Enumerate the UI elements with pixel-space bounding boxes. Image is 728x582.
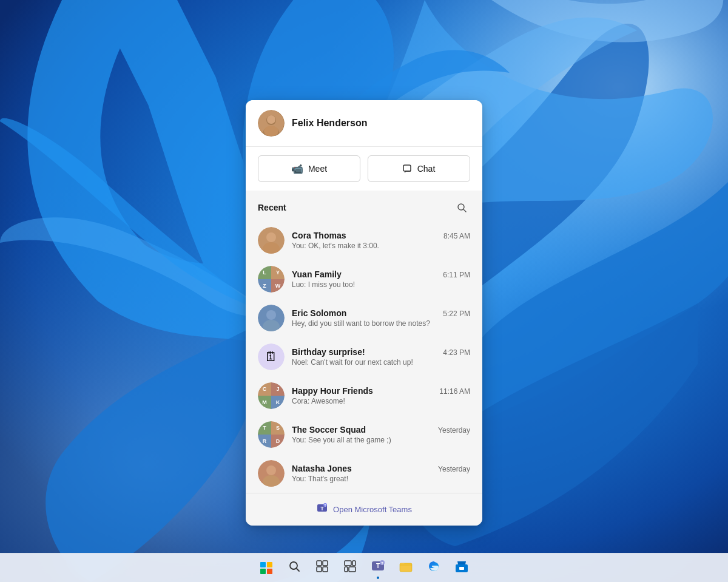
contact-info: Yuan Family 6:11 PM Luo: I miss you too! (292, 269, 470, 289)
list-item[interactable]: L Y Z W Yuan Family 6:11 PM Luo: I miss … (246, 260, 482, 299)
meet-button[interactable]: 📹 Meet (258, 155, 360, 182)
list-item[interactable]: Natasha Jones Yesterday You: That's grea… (246, 454, 482, 493)
user-avatar (258, 110, 285, 137)
list-item[interactable]: Eric Solomon 5:22 PM Hey, did you still … (246, 299, 482, 337)
file-explorer-icon (399, 560, 413, 575)
chat-label: Chat (417, 164, 436, 174)
store-icon (455, 560, 468, 576)
contact-info: Eric Solomon 5:22 PM Hey, did you still … (292, 308, 470, 328)
contact-time: 5:22 PM (443, 310, 470, 318)
contact-avatar (258, 460, 285, 487)
svg-rect-8 (403, 165, 411, 171)
svg-rect-31 (345, 567, 348, 572)
open-teams-button[interactable]: T T Open Microsoft Teams (246, 493, 482, 526)
contact-time: 4:23 PM (443, 348, 470, 357)
svg-point-18 (266, 465, 276, 475)
svg-rect-26 (317, 561, 322, 566)
list-item[interactable]: T S R D The Soccer Squad Yesterday You: … (246, 415, 482, 454)
contact-name: Happy Hour Friends (292, 386, 373, 396)
list-item[interactable]: Cora Thomas 8:45 AM You: OK, let's make … (246, 221, 482, 260)
contact-name: The Soccer Squad (292, 425, 366, 435)
list-item[interactable]: 🗓 Birthday surprise! 4:23 PM Noel: Can't… (246, 337, 482, 376)
meet-icon: 📹 (291, 163, 303, 175)
chat-button[interactable]: Chat (368, 155, 470, 182)
list-item[interactable]: C J M K Happy Hour Friends 11:16 AM Cora… (246, 376, 482, 415)
contact-name: Yuan Family (292, 269, 342, 279)
svg-rect-27 (323, 561, 328, 566)
contact-time: 11:16 AM (439, 387, 470, 396)
recent-header: Recent (246, 191, 482, 221)
teams-chat-icon: T T (371, 559, 385, 577)
contact-name: Birthday surprise! (292, 347, 365, 357)
svg-text:T: T (376, 563, 380, 569)
taskbar-item-taskview[interactable] (310, 556, 334, 580)
windows-logo-icon (260, 562, 272, 574)
recent-label: Recent (258, 203, 286, 212)
contact-avatar: T S R D (258, 421, 285, 448)
contact-preview: You: See you all at the game ;) (292, 436, 470, 444)
contact-info: Happy Hour Friends 11:16 AM Cora: Awesom… (292, 386, 470, 405)
svg-point-6 (267, 115, 275, 124)
contact-preview: Hey, did you still want to borrow the no… (292, 319, 470, 328)
contact-preview: Luo: I miss you too! (292, 280, 470, 289)
taskbar: T T (0, 553, 728, 582)
svg-text:T: T (325, 504, 326, 507)
recent-search-button[interactable] (453, 199, 470, 216)
teams-icon: T T (316, 502, 328, 517)
contact-time: 8:45 AM (443, 232, 470, 240)
contact-avatar: 🗓 (258, 343, 285, 370)
svg-rect-33 (352, 561, 356, 566)
contact-name: Natasha Jones (292, 464, 352, 473)
contact-avatar: L Y Z W (258, 266, 285, 293)
svg-rect-32 (349, 567, 356, 572)
contact-preview: Cora: Awesome! (292, 397, 470, 405)
edge-icon (428, 560, 440, 575)
contact-time: 6:11 PM (443, 271, 470, 279)
chat-panel: Felix Henderson 📹 Meet Chat Recent (246, 100, 482, 526)
user-name-label: Felix Henderson (292, 118, 367, 129)
panel-header: Felix Henderson (246, 100, 482, 147)
svg-line-10 (463, 209, 466, 212)
svg-rect-29 (323, 567, 328, 572)
taskbar-item-search[interactable] (282, 556, 306, 580)
contact-time: Yesterday (438, 465, 470, 473)
recent-section: Recent Cor (246, 191, 482, 493)
svg-point-12 (266, 232, 276, 242)
svg-rect-41 (459, 567, 464, 570)
taskbar-item-start[interactable] (254, 556, 278, 580)
contact-name: Eric Solomon (292, 308, 346, 318)
search-icon (288, 560, 300, 575)
contact-avatar (258, 227, 285, 254)
open-teams-label: Open Microsoft Teams (333, 505, 412, 514)
svg-rect-38 (400, 563, 412, 572)
chat-icon (403, 163, 413, 174)
meet-label: Meet (308, 164, 327, 174)
svg-text:T: T (320, 506, 324, 512)
svg-point-15 (266, 310, 276, 320)
svg-line-25 (297, 569, 300, 572)
contact-info: The Soccer Squad Yesterday You: See you … (292, 425, 470, 444)
contact-list: Cora Thomas 8:45 AM You: OK, let's make … (246, 221, 482, 493)
taskbar-item-edge[interactable] (422, 556, 446, 580)
widgets-icon (344, 560, 356, 575)
action-buttons-row: 📹 Meet Chat (246, 147, 482, 191)
svg-rect-30 (345, 561, 351, 566)
contact-preview: You: That's great! (292, 475, 470, 483)
svg-text:T: T (381, 561, 383, 565)
taskbar-item-store[interactable] (450, 556, 474, 580)
contact-name: Cora Thomas (292, 231, 346, 240)
taskbar-item-teams[interactable]: T T (366, 556, 390, 580)
contact-time: Yesterday (438, 426, 470, 435)
taskbar-item-widgets[interactable] (338, 556, 362, 580)
contact-preview: Noel: Can't wait for our next catch up! (292, 358, 470, 367)
contact-avatar (258, 305, 285, 331)
contact-info: Natasha Jones Yesterday You: That's grea… (292, 464, 470, 483)
contact-avatar: C J M K (258, 382, 285, 409)
task-view-icon (316, 560, 328, 575)
contact-info: Cora Thomas 8:45 AM You: OK, let's make … (292, 231, 470, 250)
taskbar-item-explorer[interactable] (394, 556, 418, 580)
contact-preview: You: OK, let's make it 3:00. (292, 242, 470, 250)
contact-info: Birthday surprise! 4:23 PM Noel: Can't w… (292, 347, 470, 367)
svg-rect-28 (317, 567, 322, 572)
